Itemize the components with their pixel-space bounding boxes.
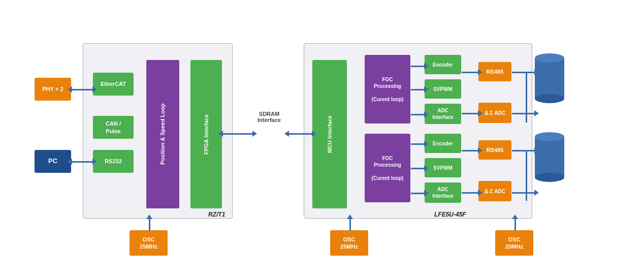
encoder2-box: Encoder bbox=[425, 134, 461, 153]
delta-adc2-box: Δ-Σ ADC bbox=[478, 181, 511, 201]
encoder1-box: Encoder bbox=[425, 55, 461, 74]
arrow-osc-rzt1 bbox=[149, 219, 150, 231]
arrow-osc-lfe5u bbox=[349, 219, 351, 231]
arrow-dadc2-cyl2 bbox=[512, 192, 535, 194]
can-pulse-box: CAN /Pulse bbox=[93, 116, 134, 139]
arrow-foc1-svpwm1 bbox=[411, 89, 425, 90]
vert-line-cyl1 bbox=[526, 72, 527, 122]
adc1-box: ADCInterface bbox=[425, 104, 461, 124]
position-speed-box: Position & Speed Loop bbox=[146, 60, 179, 208]
mcu-interface-box: MCU Interface bbox=[312, 60, 347, 208]
svpwm1-box: SVPWM bbox=[425, 79, 461, 99]
arrow-pc-rs232 bbox=[72, 161, 93, 163]
diagram: RZ/T1 LFE5U-45F PHY × 2 PC EtherCAT CAN … bbox=[0, 0, 644, 276]
arrow-foc2-adc2 bbox=[411, 193, 425, 194]
arrow-fpga-sdram bbox=[222, 133, 253, 135]
arrow-foc2-enc2 bbox=[411, 143, 425, 145]
arrow-rs485-1-cyl1 bbox=[512, 72, 535, 73]
arrow-adc2-dadc2 bbox=[462, 192, 478, 194]
cylinder2 bbox=[535, 132, 564, 191]
arrow-foc2-svpwm2 bbox=[411, 168, 425, 169]
arrow-sdram-mcu bbox=[288, 133, 312, 135]
foc1-box: FOCProcessing(Curent loop) bbox=[365, 55, 410, 124]
fpga-interface-box: FPGA Interface bbox=[190, 60, 222, 208]
arrow-enc1-rs485 bbox=[462, 72, 478, 73]
osc-rzt1-box: OSC25MHz bbox=[130, 230, 168, 256]
cylinder1 bbox=[535, 53, 564, 112]
phy2-box: PHY × 2 bbox=[35, 78, 71, 101]
vert-line-cyl2 bbox=[526, 150, 527, 201]
arrow-phy-ethercat bbox=[72, 89, 93, 90]
arrow-rs485-2-cyl2 bbox=[512, 150, 535, 151]
foc2-box: FOCProcessing(Curent loop) bbox=[365, 134, 410, 202]
ethercat-box: EtherCAT bbox=[93, 73, 134, 96]
delta-adc1-box: Δ-Σ ADC bbox=[478, 103, 511, 123]
arrow-dadc1-cyl1 bbox=[512, 113, 535, 114]
rs485-1-box: RS485 bbox=[478, 62, 511, 81]
arrow-adc1-dadc1 bbox=[462, 113, 478, 114]
adc2-box: ADCInterface bbox=[425, 182, 461, 203]
svpwm2-box: SVPWM bbox=[425, 158, 461, 177]
sdram-label: SDRAMInterface bbox=[249, 111, 289, 123]
osc-lfe5u-box: OSC25MHz bbox=[330, 230, 368, 256]
arrow-foc1-adc1 bbox=[411, 114, 425, 115]
osc-20mhz-box: OSC20MHz bbox=[495, 230, 533, 256]
lfe5u-label: LFE5U-45F bbox=[434, 211, 466, 218]
rzt1-label: RZ/T1 bbox=[208, 211, 225, 218]
arrow-foc1-enc1 bbox=[411, 66, 425, 67]
rs232-box: RS232 bbox=[93, 150, 134, 173]
pc-box: PC bbox=[35, 150, 71, 173]
arrow-enc2-rs485 bbox=[462, 150, 478, 151]
arrow-osc-20mhz bbox=[514, 219, 516, 231]
rs485-2-box: RS485 bbox=[478, 140, 511, 160]
